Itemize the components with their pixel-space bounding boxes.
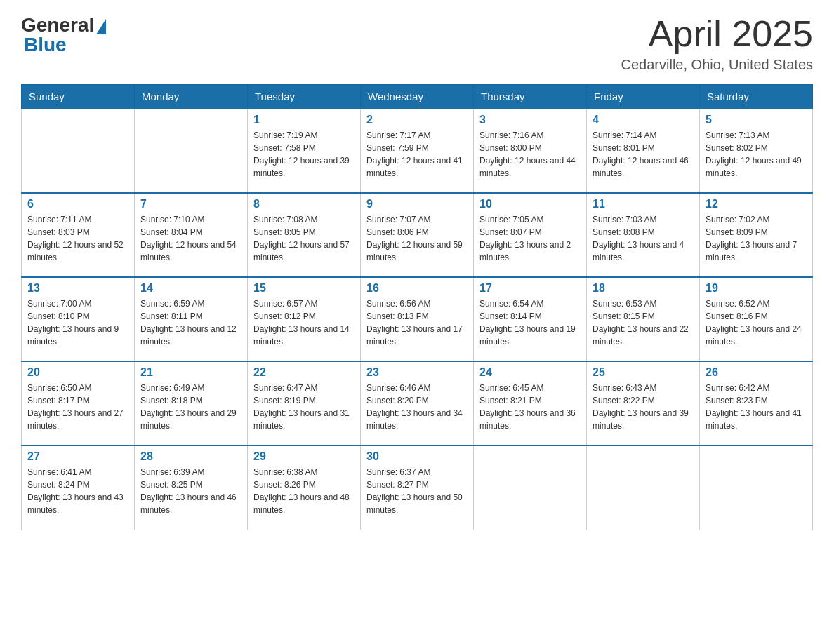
calendar-week-row: 13Sunrise: 7:00 AM Sunset: 8:10 PM Dayli… [22, 277, 813, 361]
cell-day-number: 9 [366, 198, 468, 210]
calendar-cell: 30Sunrise: 6:37 AM Sunset: 8:27 PM Dayli… [361, 445, 474, 530]
calendar-cell: 26Sunrise: 6:42 AM Sunset: 8:23 PM Dayli… [700, 361, 813, 445]
cell-day-number: 4 [593, 114, 694, 126]
cell-day-number: 5 [706, 114, 807, 126]
calendar-cell: 8Sunrise: 7:08 AM Sunset: 8:05 PM Daylig… [248, 193, 361, 277]
calendar-cell: 14Sunrise: 6:59 AM Sunset: 8:11 PM Dayli… [135, 277, 248, 361]
calendar-cell: 11Sunrise: 7:03 AM Sunset: 8:08 PM Dayli… [587, 193, 700, 277]
cell-sun-info: Sunrise: 6:46 AM Sunset: 8:20 PM Dayligh… [366, 382, 468, 432]
calendar-cell [474, 445, 587, 530]
page-header: General Blue April 2025 Cedarville, Ohio… [21, 14, 813, 73]
calendar-cell [587, 445, 700, 530]
cell-sun-info: Sunrise: 7:13 AM Sunset: 8:02 PM Dayligh… [706, 129, 807, 180]
title-block: April 2025 Cedarville, Ohio, United Stat… [621, 14, 813, 73]
calendar-cell: 15Sunrise: 6:57 AM Sunset: 8:12 PM Dayli… [248, 277, 361, 361]
cell-sun-info: Sunrise: 6:49 AM Sunset: 8:18 PM Dayligh… [140, 382, 241, 432]
cell-sun-info: Sunrise: 7:17 AM Sunset: 7:59 PM Dayligh… [366, 129, 468, 180]
cell-sun-info: Sunrise: 6:43 AM Sunset: 8:22 PM Dayligh… [593, 382, 694, 432]
cell-day-number: 28 [140, 450, 241, 463]
cell-sun-info: Sunrise: 7:10 AM Sunset: 8:04 PM Dayligh… [140, 213, 241, 264]
logo-blue-text: Blue [21, 34, 67, 56]
cell-day-number: 16 [366, 282, 468, 295]
calendar-cell: 10Sunrise: 7:05 AM Sunset: 8:07 PM Dayli… [474, 193, 587, 277]
calendar-cell: 16Sunrise: 6:56 AM Sunset: 8:13 PM Dayli… [361, 277, 474, 361]
calendar-cell: 3Sunrise: 7:16 AM Sunset: 8:00 PM Daylig… [474, 109, 587, 193]
cell-sun-info: Sunrise: 6:41 AM Sunset: 8:24 PM Dayligh… [27, 466, 128, 516]
cell-day-number: 10 [479, 198, 581, 210]
calendar-cell: 4Sunrise: 7:14 AM Sunset: 8:01 PM Daylig… [587, 109, 700, 193]
cell-day-number: 11 [593, 198, 694, 210]
calendar-header-wednesday: Wednesday [361, 85, 474, 109]
cell-sun-info: Sunrise: 6:42 AM Sunset: 8:23 PM Dayligh… [706, 382, 807, 432]
calendar-header-friday: Friday [587, 85, 700, 109]
calendar-cell: 19Sunrise: 6:52 AM Sunset: 8:16 PM Dayli… [700, 277, 813, 361]
cell-day-number: 21 [140, 366, 241, 379]
calendar-table: SundayMondayTuesdayWednesdayThursdayFrid… [21, 84, 813, 530]
calendar-cell: 1Sunrise: 7:19 AM Sunset: 7:58 PM Daylig… [248, 109, 361, 193]
cell-sun-info: Sunrise: 7:00 AM Sunset: 8:10 PM Dayligh… [27, 297, 128, 348]
cell-day-number: 26 [706, 366, 807, 379]
cell-day-number: 13 [27, 282, 128, 295]
cell-day-number: 23 [366, 366, 468, 379]
calendar-header-sunday: Sunday [22, 85, 135, 109]
calendar-header-saturday: Saturday [700, 85, 813, 109]
calendar-cell: 25Sunrise: 6:43 AM Sunset: 8:22 PM Dayli… [587, 361, 700, 445]
cell-sun-info: Sunrise: 7:16 AM Sunset: 8:00 PM Dayligh… [479, 129, 581, 180]
calendar-header-monday: Monday [135, 85, 248, 109]
cell-day-number: 15 [253, 282, 355, 295]
cell-day-number: 3 [479, 114, 581, 126]
calendar-cell: 7Sunrise: 7:10 AM Sunset: 8:04 PM Daylig… [135, 193, 248, 277]
logo: General Blue [21, 14, 106, 56]
cell-sun-info: Sunrise: 6:38 AM Sunset: 8:26 PM Dayligh… [253, 466, 355, 516]
cell-day-number: 30 [366, 450, 468, 463]
cell-day-number: 1 [253, 114, 355, 126]
cell-day-number: 29 [253, 450, 355, 463]
cell-day-number: 22 [253, 366, 355, 379]
cell-day-number: 27 [27, 450, 128, 463]
calendar-cell [135, 109, 248, 193]
cell-sun-info: Sunrise: 6:52 AM Sunset: 8:16 PM Dayligh… [706, 297, 807, 348]
cell-sun-info: Sunrise: 6:57 AM Sunset: 8:12 PM Dayligh… [253, 297, 355, 348]
month-year-title: April 2025 [621, 14, 813, 54]
cell-sun-info: Sunrise: 7:03 AM Sunset: 8:08 PM Dayligh… [593, 213, 694, 264]
calendar-cell: 24Sunrise: 6:45 AM Sunset: 8:21 PM Dayli… [474, 361, 587, 445]
cell-day-number: 24 [479, 366, 581, 379]
cell-sun-info: Sunrise: 7:08 AM Sunset: 8:05 PM Dayligh… [253, 213, 355, 264]
calendar-cell: 13Sunrise: 7:00 AM Sunset: 8:10 PM Dayli… [22, 277, 135, 361]
cell-sun-info: Sunrise: 7:02 AM Sunset: 8:09 PM Dayligh… [706, 213, 807, 264]
calendar-cell: 18Sunrise: 6:53 AM Sunset: 8:15 PM Dayli… [587, 277, 700, 361]
calendar-header-thursday: Thursday [474, 85, 587, 109]
calendar-cell: 6Sunrise: 7:11 AM Sunset: 8:03 PM Daylig… [22, 193, 135, 277]
calendar-cell: 27Sunrise: 6:41 AM Sunset: 8:24 PM Dayli… [22, 445, 135, 530]
calendar-cell: 5Sunrise: 7:13 AM Sunset: 8:02 PM Daylig… [700, 109, 813, 193]
calendar-cell: 22Sunrise: 6:47 AM Sunset: 8:19 PM Dayli… [248, 361, 361, 445]
calendar-header-row: SundayMondayTuesdayWednesdayThursdayFrid… [22, 85, 813, 109]
cell-sun-info: Sunrise: 7:19 AM Sunset: 7:58 PM Dayligh… [253, 129, 355, 180]
calendar-cell: 21Sunrise: 6:49 AM Sunset: 8:18 PM Dayli… [135, 361, 248, 445]
location-subtitle: Cedarville, Ohio, United States [621, 57, 813, 73]
cell-sun-info: Sunrise: 6:50 AM Sunset: 8:17 PM Dayligh… [27, 382, 128, 432]
calendar-cell: 2Sunrise: 7:17 AM Sunset: 7:59 PM Daylig… [361, 109, 474, 193]
cell-day-number: 14 [140, 282, 241, 295]
cell-sun-info: Sunrise: 7:05 AM Sunset: 8:07 PM Dayligh… [479, 213, 581, 264]
cell-day-number: 19 [706, 282, 807, 295]
cell-sun-info: Sunrise: 6:59 AM Sunset: 8:11 PM Dayligh… [140, 297, 241, 348]
cell-sun-info: Sunrise: 6:37 AM Sunset: 8:27 PM Dayligh… [366, 466, 468, 516]
cell-sun-info: Sunrise: 7:07 AM Sunset: 8:06 PM Dayligh… [366, 213, 468, 264]
cell-day-number: 25 [593, 366, 694, 379]
calendar-cell: 29Sunrise: 6:38 AM Sunset: 8:26 PM Dayli… [248, 445, 361, 530]
cell-sun-info: Sunrise: 6:39 AM Sunset: 8:25 PM Dayligh… [140, 466, 241, 516]
calendar-cell [700, 445, 813, 530]
logo-triangle-icon [96, 19, 106, 34]
cell-day-number: 18 [593, 282, 694, 295]
cell-day-number: 6 [27, 198, 128, 210]
cell-sun-info: Sunrise: 6:56 AM Sunset: 8:13 PM Dayligh… [366, 297, 468, 348]
cell-day-number: 8 [253, 198, 355, 210]
calendar-week-row: 1Sunrise: 7:19 AM Sunset: 7:58 PM Daylig… [22, 109, 813, 193]
cell-day-number: 12 [706, 198, 807, 210]
cell-day-number: 17 [479, 282, 581, 295]
cell-sun-info: Sunrise: 6:47 AM Sunset: 8:19 PM Dayligh… [253, 382, 355, 432]
calendar-cell: 9Sunrise: 7:07 AM Sunset: 8:06 PM Daylig… [361, 193, 474, 277]
cell-day-number: 2 [366, 114, 468, 126]
calendar-cell: 17Sunrise: 6:54 AM Sunset: 8:14 PM Dayli… [474, 277, 587, 361]
